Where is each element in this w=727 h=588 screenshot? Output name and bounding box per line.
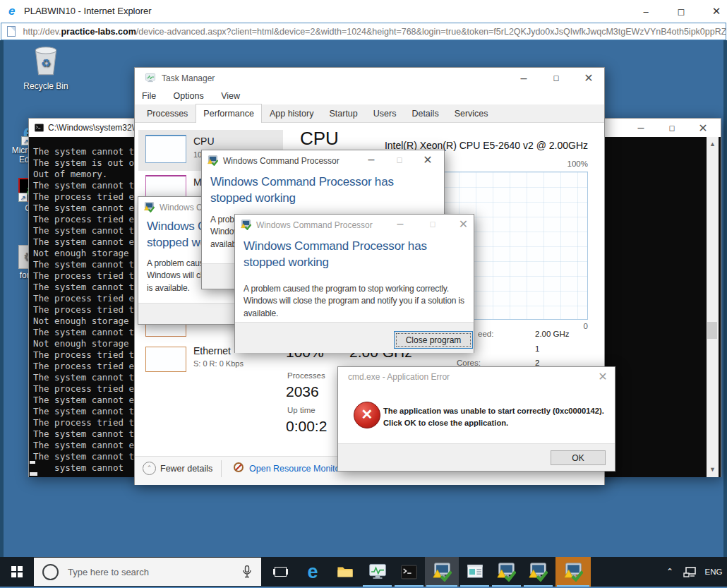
taskbar-file-explorer-button[interactable] bbox=[329, 557, 361, 587]
taskbar-wcp-error-button-active[interactable] bbox=[425, 557, 459, 587]
browser-close-button[interactable]: ✕ bbox=[702, 0, 727, 23]
menu-view[interactable]: View bbox=[214, 88, 247, 104]
task-manager-icon bbox=[145, 73, 156, 83]
console-line: The system cannot t bbox=[33, 259, 134, 270]
console-line: Out of memory. bbox=[33, 169, 134, 180]
cpu-pane-heading: CPU bbox=[300, 128, 339, 150]
address-bar[interactable]: http://dev.practice-labs.com/device-adva… bbox=[1, 23, 726, 40]
fewer-details-button[interactable]: Fewer details bbox=[160, 464, 212, 474]
dialog-close-button[interactable]: ✕ bbox=[452, 215, 475, 233]
tab-performance[interactable]: Performance bbox=[196, 104, 262, 123]
tab-processes[interactable]: Processes bbox=[139, 104, 196, 124]
taskman-tabstrip: ProcessesPerformanceApp historyStartupUs… bbox=[135, 104, 604, 123]
taskbar-edge-button[interactable]: e bbox=[296, 557, 329, 587]
console-line: Not enough storage bbox=[33, 338, 134, 349]
shortcut-arrow-icon: ↗ bbox=[18, 193, 28, 202]
tray-language-indicator[interactable]: ENG bbox=[700, 557, 727, 587]
windows-command-processor-icon bbox=[433, 563, 452, 582]
cmd-icon bbox=[400, 563, 418, 581]
address-bar-row: http://dev.practice-labs.com/device-adva… bbox=[0, 23, 727, 40]
tab-startup[interactable]: Startup bbox=[321, 104, 365, 124]
console-maximize-button[interactable]: ◻ bbox=[656, 119, 687, 137]
tab-app-history[interactable]: App history bbox=[262, 104, 322, 124]
console-line: Not enough storage bbox=[33, 316, 134, 327]
dialog-minimize-button[interactable]: – bbox=[388, 215, 412, 233]
start-button[interactable] bbox=[0, 557, 34, 587]
browser-maximize-button[interactable]: ◻ bbox=[667, 0, 695, 23]
taskman-maximize-button[interactable]: ◻ bbox=[540, 68, 572, 88]
console-line: The process tried t bbox=[33, 349, 134, 361]
dialog-maximize-button[interactable]: ◻ bbox=[421, 215, 445, 233]
console-minimize-button[interactable]: – bbox=[625, 119, 656, 137]
sidebar-ethernet-label: Ethernet bbox=[193, 345, 231, 356]
tab-services[interactable]: Services bbox=[447, 104, 496, 124]
taskman-minimize-button[interactable]: – bbox=[507, 68, 540, 88]
windows-command-processor-icon bbox=[529, 563, 548, 582]
taskbar-task-manager-button[interactable] bbox=[361, 557, 393, 587]
task-view-icon bbox=[275, 567, 287, 577]
edge-icon: e bbox=[307, 561, 318, 583]
scroll-down-arrow[interactable]: ▼ bbox=[709, 466, 716, 473]
console-line: The process tried e bbox=[33, 214, 134, 225]
graph-max-label: 100% bbox=[517, 160, 588, 168]
console-line: The system cannot t bbox=[33, 225, 134, 236]
taskbar-cmd-button[interactable] bbox=[393, 557, 425, 587]
app-error-dialog: cmd.exe - Application Error ✕ ✕ The appl… bbox=[337, 366, 615, 472]
microphone-icon[interactable] bbox=[243, 565, 251, 578]
file-explorer-icon bbox=[336, 563, 354, 581]
tab-users[interactable]: Users bbox=[366, 104, 404, 124]
console-line: The system cannot t bbox=[33, 146, 134, 157]
taskman-menubar: File Options View bbox=[135, 88, 604, 104]
dialog-maximize-button[interactable]: ◻ bbox=[387, 150, 412, 169]
menu-options[interactable]: Options bbox=[167, 88, 211, 104]
tray-network-icon[interactable] bbox=[679, 557, 700, 587]
app-error-message-line2: Click OK to close the application. bbox=[383, 419, 508, 427]
tab-details[interactable]: Details bbox=[404, 104, 446, 124]
open-resource-monitor-link[interactable]: Open Resource Monitor bbox=[249, 464, 343, 474]
windows-command-processor-icon bbox=[144, 202, 155, 212]
taskbar: Type here to search e ⌃ ENG bbox=[0, 557, 727, 587]
windows-command-processor-icon bbox=[208, 155, 218, 166]
console-line: system cannot bbox=[33, 462, 134, 474]
dialog-close-button[interactable]: ✕ bbox=[591, 367, 615, 385]
app-error-message-line1: The application was unable to start corr… bbox=[383, 407, 604, 415]
internet-explorer-icon: e bbox=[8, 4, 15, 18]
close-program-button[interactable]: Close program bbox=[394, 331, 473, 349]
taskbar-wcp-error-button-3[interactable] bbox=[522, 557, 554, 587]
console-close-button[interactable]: ✕ bbox=[687, 119, 719, 137]
desktop-icon-recycle-bin[interactable]: Recycle Bin bbox=[14, 44, 78, 91]
taskbar-wcp-error-button-attention[interactable] bbox=[555, 557, 591, 587]
scroll-up-arrow[interactable]: ▲ bbox=[709, 140, 716, 148]
taskman-close-button[interactable]: ✕ bbox=[572, 68, 605, 88]
taskbar-window-properties-button[interactable] bbox=[459, 557, 491, 587]
console-line: The system cannot t bbox=[33, 282, 134, 293]
window-properties-icon bbox=[466, 563, 484, 581]
stat-base-speed-value: 2.00 GHz bbox=[535, 330, 570, 338]
sidebar-cpu-label: CPU bbox=[193, 136, 215, 147]
ok-button[interactable]: OK bbox=[551, 450, 606, 465]
scrollbar-thumb[interactable] bbox=[707, 322, 717, 339]
console-output: The system cannot tThe system is out oOu… bbox=[33, 146, 134, 474]
taskbar-wcp-error-button-2[interactable] bbox=[491, 557, 522, 587]
windows-command-processor-icon bbox=[564, 563, 583, 582]
task-view-button[interactable] bbox=[264, 557, 296, 587]
dialog-close-button[interactable]: ✕ bbox=[415, 150, 440, 169]
console-line: The system cannot t bbox=[33, 327, 134, 338]
crash-dialog-body: A problem caused the program to stop wor… bbox=[244, 283, 468, 320]
console-scrollbar[interactable]: ▲ ▼ bbox=[707, 137, 719, 477]
windows-command-processor-icon bbox=[241, 220, 251, 230]
console-line: The process tried e bbox=[33, 361, 134, 372]
tray-show-hidden-icons-button[interactable]: ⌃ bbox=[661, 557, 679, 587]
console-line: The system cannot t bbox=[33, 180, 134, 191]
console-line: Not enough storage bbox=[33, 248, 134, 259]
url-text: http://dev.practice-labs.com/device-adva… bbox=[23, 27, 726, 37]
dialog-minimize-button[interactable]: – bbox=[359, 150, 384, 169]
browser-minimize-button[interactable]: – bbox=[632, 0, 660, 23]
taskman-titlebar: Task Manager – ◻ ✕ bbox=[135, 68, 604, 88]
ethernet-thumbnail bbox=[145, 347, 186, 372]
console-line: The system cannot e bbox=[33, 236, 134, 248]
taskbar-search-box[interactable]: Type here to search bbox=[34, 558, 261, 586]
console-line: The process tried t bbox=[33, 417, 134, 428]
recycle-bin-icon bbox=[31, 44, 61, 78]
menu-file[interactable]: File bbox=[135, 88, 163, 104]
